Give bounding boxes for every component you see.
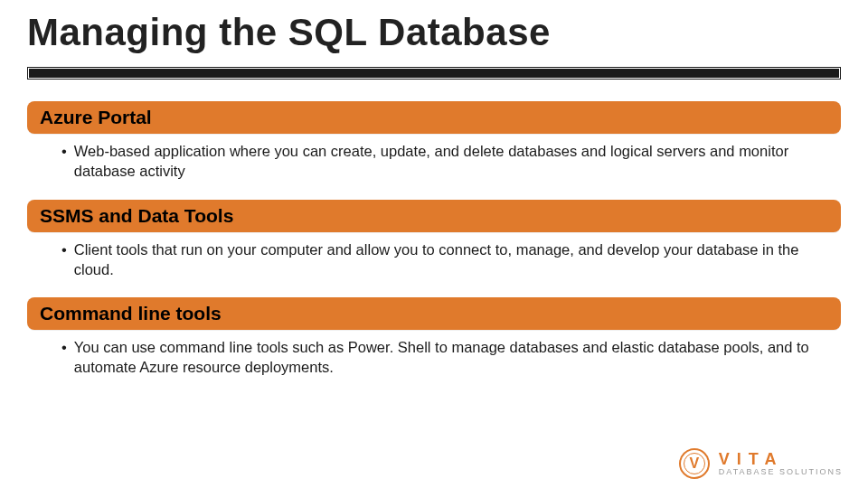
slide: Managing the SQL Database Azure Portal •…: [0, 0, 868, 378]
section-header: Command line tools: [27, 297, 841, 330]
section-heading: Azure Portal: [40, 107, 152, 127]
section-command-line-tools: Command line tools • You can use command…: [27, 297, 841, 378]
bullet-text: Web-based application where you can crea…: [74, 141, 823, 182]
bullet-icon: •: [61, 239, 67, 259]
section-ssms-data-tools: SSMS and Data Tools • Client tools that …: [27, 200, 841, 280]
section-heading: SSMS and Data Tools: [40, 205, 233, 226]
title-divider-bar: [29, 69, 839, 78]
section-header: Azure Portal: [27, 101, 841, 134]
bullet-item: • You can use command line tools such as…: [27, 330, 841, 378]
brand-text: VITA DATABASE SOLUTIONS: [719, 451, 843, 476]
brand-circle-icon: V: [679, 448, 710, 479]
bullet-item: • Web-based application where you can cr…: [27, 134, 841, 182]
brand-tagline: DATABASE SOLUTIONS: [719, 468, 843, 476]
footer-logo: V VITA DATABASE SOLUTIONS: [679, 448, 843, 479]
bullet-item: • Client tools that run on your computer…: [27, 232, 841, 280]
bullet-text: You can use command line tools such as P…: [74, 337, 823, 378]
section-heading: Command line tools: [40, 303, 222, 324]
title-divider: [27, 67, 841, 80]
brand-letter: V: [689, 455, 699, 472]
brand-name: VITA: [719, 451, 843, 467]
slide-title: Managing the SQL Database: [27, 11, 841, 54]
section-header: SSMS and Data Tools: [27, 200, 841, 232]
bullet-text: Client tools that run on your computer a…: [74, 239, 823, 280]
section-azure-portal: Azure Portal • Web-based application whe…: [27, 101, 841, 182]
bullet-icon: •: [61, 337, 67, 357]
bullet-icon: •: [61, 141, 67, 161]
